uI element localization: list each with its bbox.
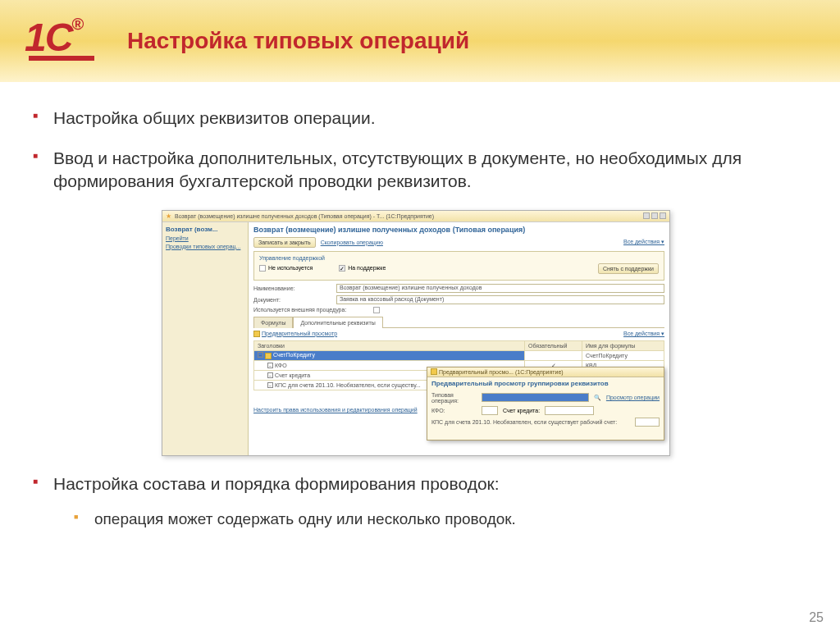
popup-title: Предварительный просмотр группировки рек… (427, 377, 664, 390)
name-label: Наименование: (253, 285, 331, 291)
chk-on-support[interactable]: ✓На поддержке (339, 265, 386, 272)
preview-popup: Предварительный просмо... (1С:Предприяти… (427, 367, 664, 441)
popup-kfo-label: КФО: (431, 408, 477, 413)
sidebar-link-goto[interactable]: Перейти (166, 235, 244, 241)
slide-content: Настройка общих реквизитов операции. Вво… (0, 82, 840, 556)
popup-window-title: Предварительный просмо... (1С:Предприяти… (439, 369, 564, 375)
popup-titlebar: Предварительный просмо... (1С:Предприяти… (427, 368, 664, 377)
support-groupbox: Управление поддержкой Не используется ✓Н… (253, 251, 664, 281)
slide-title: Настройка типовых операций (127, 28, 469, 54)
window-title: Возврат (возмещение) излишне полученных … (175, 213, 640, 219)
preview-link[interactable]: Предварительный просмотр (253, 331, 337, 337)
minimize-icon[interactable] (643, 212, 650, 219)
document-label: Документ: (253, 297, 331, 303)
app-screenshot: ★ Возврат (возмещение) излишне полученны… (162, 210, 670, 456)
form-toolbar: Записать и закрыть Скопировать операцию … (253, 237, 664, 248)
ext-proc-label: Используется внешняя процедура: (253, 307, 368, 313)
all-actions-2[interactable]: Все действия ▾ (623, 331, 664, 337)
copy-operation-link[interactable]: Скопировать операцию (321, 240, 383, 245)
groupbox-title: Управление поддержкой (259, 255, 659, 261)
col-headers: Заголовки (254, 341, 525, 351)
popup-kfo-input[interactable] (482, 406, 498, 415)
page-number: 25 (809, 610, 824, 625)
col-required: Обязательный (525, 341, 582, 351)
popup-schet-label: Счет кредита: (503, 408, 540, 413)
sidebar-heading: Возврат (возм... (166, 226, 244, 233)
form-title: Возврат (возмещение) излишне полученных … (253, 226, 664, 234)
view-operation-link[interactable]: Просмотр операции (606, 395, 660, 400)
remove-support-button[interactable]: Снять с поддержки (598, 263, 659, 274)
close-icon[interactable] (660, 212, 666, 219)
popup-kps-input[interactable] (635, 418, 660, 427)
popup-op-input[interactable] (482, 393, 589, 402)
popup-kps-label: КПС для счета 201.10. Необязателен, если… (431, 419, 630, 425)
tabs: Формулы Дополнительные реквизиты (253, 317, 664, 328)
popup-schet-input[interactable] (545, 406, 594, 415)
bullet-1: Настройка общих реквизитов операции. (33, 107, 799, 129)
chk-not-used[interactable]: Не используется (259, 265, 313, 272)
popup-icon (431, 368, 437, 375)
save-close-button[interactable]: Записать и закрыть (253, 237, 316, 248)
all-actions-menu[interactable]: Все действия ▾ (623, 239, 664, 245)
tab-additional-attrs[interactable]: Дополнительные реквизиты (293, 317, 382, 328)
tab-formulas[interactable]: Формулы (253, 317, 293, 328)
main-panel: Возврат (возмещение) излишне полученных … (249, 222, 669, 455)
popup-lookup-icon[interactable]: 🔍 (594, 395, 601, 401)
window-icon: ★ (166, 212, 171, 220)
slide-header: 1C® Настройка типовых операций (0, 0, 840, 82)
popup-op-label: Типовая операция: (431, 392, 477, 404)
sidebar-link-postings[interactable]: Проводки типовых операц... (166, 244, 244, 249)
document-input[interactable]: Заявка на кассовый расход (Документ) (336, 295, 664, 304)
bullet-2: Ввод и настройка дополнительных, отсутст… (33, 147, 799, 192)
sub-bullet-1: операция может содержать одну или нескол… (74, 509, 799, 530)
name-input[interactable]: Возврат (возмещение) излишне полученных … (336, 284, 664, 293)
col-formula: Имя для формулы (582, 341, 664, 351)
sidebar: Возврат (возм... Перейти Проводки типовы… (162, 222, 249, 455)
maximize-icon[interactable] (651, 212, 658, 219)
ext-proc-checkbox[interactable] (373, 307, 380, 313)
window-titlebar: ★ Возврат (возмещение) излишне полученны… (162, 211, 669, 222)
bullet-3: Настройка состава и порядка формирования… (33, 472, 799, 530)
table-row: −СчетПоКредиту (254, 351, 525, 361)
logo-1c: 1C® (25, 15, 103, 68)
